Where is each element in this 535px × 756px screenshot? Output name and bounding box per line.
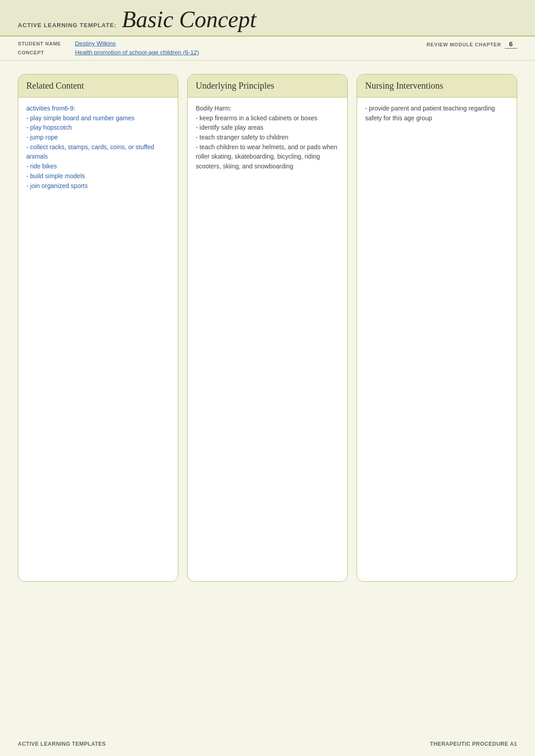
related-content-card: Related Content activities from6-9: - pl… — [18, 74, 178, 582]
student-info-section: STUDENT NAME Destiny Wilkins CONCEPT Hea… — [0, 37, 535, 61]
underlying-principles-header: Underlying Principles — [188, 74, 347, 98]
review-chapter-number: 6 — [505, 40, 517, 49]
related-content-header: Related Content — [18, 74, 178, 98]
nursing-interventions-header: Nursing Interventions — [357, 74, 517, 98]
template-title: Basic Concept — [122, 8, 256, 31]
nursing-interventions-card: Nursing Interventions - provide parent a… — [357, 74, 517, 582]
concept-value: Health promotion of school-age children … — [75, 49, 199, 56]
student-name-label: STUDENT NAME — [18, 41, 71, 46]
template-label: ACTIVE LEARNING TEMPLATE: — [18, 22, 116, 29]
page-header: ACTIVE LEARNING TEMPLATE: Basic Concept — [0, 0, 535, 37]
review-module-label: REVIEW MODULE CHAPTER — [427, 42, 501, 47]
review-section: REVIEW MODULE CHAPTER 6 — [427, 40, 517, 49]
main-content: Related Content activities from6-9: - pl… — [0, 61, 535, 595]
student-name-row: STUDENT NAME Destiny Wilkins — [18, 40, 199, 47]
related-content-body: activities from6-9: - play simple board … — [18, 98, 178, 581]
student-name-value: Destiny Wilkins — [75, 40, 116, 47]
nursing-interventions-text: - provide parent and patient teaching re… — [365, 105, 495, 122]
page-footer: ACTIVE LEARNING TEMPLATES THERAPEUTIC PR… — [18, 741, 517, 747]
concept-row: CONCEPT Health promotion of school-age c… — [18, 49, 199, 56]
related-content-title: Related Content — [26, 81, 84, 90]
underlying-principles-card: Underlying Principles Bodily Harm: - kee… — [187, 74, 348, 582]
nursing-interventions-title: Nursing Interventions — [365, 81, 443, 90]
underlying-principles-title: Underlying Principles — [196, 81, 274, 90]
related-content-text: activities from6-9: - play simple board … — [26, 105, 154, 189]
nursing-interventions-body: - provide parent and patient teaching re… — [357, 98, 517, 581]
concept-label: CONCEPT — [18, 50, 71, 55]
underlying-principles-text: Bodily Harm: - keep firearms in a licked… — [196, 105, 337, 170]
footer-right: THERAPEUTIC PROCEDURE A1 — [430, 741, 517, 747]
underlying-principles-body: Bodily Harm: - keep firearms in a licked… — [188, 98, 347, 581]
footer-left: ACTIVE LEARNING TEMPLATES — [18, 741, 106, 747]
